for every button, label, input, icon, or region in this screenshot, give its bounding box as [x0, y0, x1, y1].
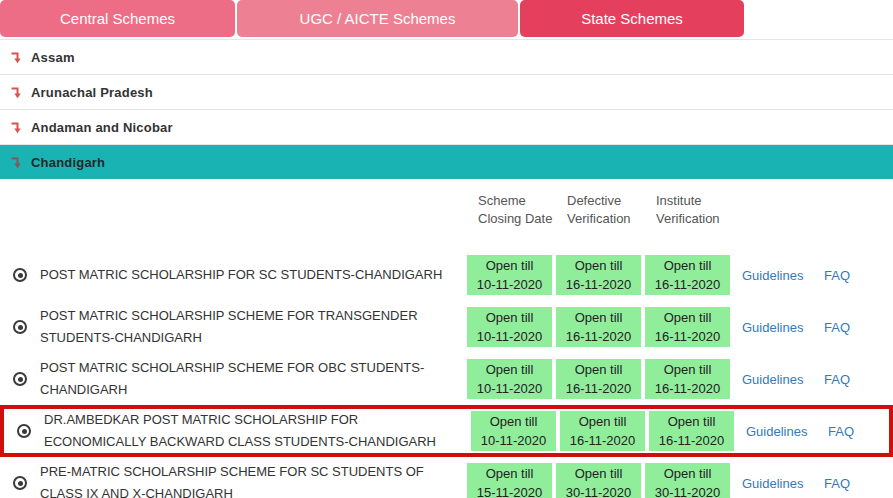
state-row-assam[interactable]: Assam: [0, 40, 893, 75]
open-till-label: Open till: [668, 412, 716, 431]
faq-link[interactable]: FAQ: [824, 372, 850, 387]
closing-date: 10-11-2020: [477, 379, 543, 398]
defective-date: 16-11-2020: [566, 327, 632, 346]
institute-date: 16-11-2020: [655, 275, 721, 294]
closing-date: 10-11-2020: [481, 431, 547, 450]
institute-verification-cell: Open till 16-11-2020: [645, 307, 730, 347]
open-till-label: Open till: [575, 360, 623, 379]
open-till-label: Open till: [486, 464, 534, 483]
institute-date: 16-11-2020: [655, 327, 721, 346]
scheme-row: POST MATRIC SCHOLARSHIP FOR SC STUDENTS-…: [0, 249, 893, 301]
guidelines-link[interactable]: Guidelines: [746, 424, 814, 439]
radio-bullet-icon: [0, 476, 40, 490]
corner-down-arrow-icon: [10, 51, 22, 64]
scheme-row: POST MATRIC SCHOLARSHIP SCHEME FOR OBC S…: [0, 353, 893, 405]
closing-date: 10-11-2020: [477, 275, 543, 294]
guidelines-link[interactable]: Guidelines: [742, 476, 810, 491]
open-till-label: Open till: [486, 308, 534, 327]
institute-verification-cell: Open till 30-11-2020: [645, 463, 730, 498]
open-till-label: Open till: [664, 360, 712, 379]
institute-verification-cell: Open till 16-11-2020: [645, 255, 730, 295]
institute-date: 16-11-2020: [655, 379, 721, 398]
open-till-label: Open till: [664, 308, 712, 327]
scheme-type-tabs: Central Schemes UGC / AICTE Schemes Stat…: [0, 0, 893, 37]
open-till-label: Open till: [575, 464, 623, 483]
defective-date: 16-11-2020: [570, 431, 636, 450]
scheme-name: PRE-MATRIC SCHOLARSHIP SCHEME FOR SC STU…: [40, 461, 467, 498]
guidelines-link[interactable]: Guidelines: [742, 320, 810, 335]
state-row-chandigarh[interactable]: Chandigarh: [0, 145, 893, 179]
open-till-label: Open till: [490, 412, 538, 431]
open-till-label: Open till: [579, 412, 627, 431]
closing-date: 15-11-2020: [477, 483, 543, 498]
defective-verification-cell: Open till 30-11-2020: [556, 463, 641, 498]
header-spacer: [0, 192, 467, 249]
faq-link[interactable]: FAQ: [824, 320, 850, 335]
defective-verification-cell: Open till 16-11-2020: [560, 411, 645, 451]
defective-date: 16-11-2020: [566, 275, 632, 294]
open-till-label: Open till: [664, 464, 712, 483]
defective-verification-cell: Open till 16-11-2020: [556, 255, 641, 295]
header-institute-verification: Institute Verification: [645, 192, 734, 249]
institute-date: 16-11-2020: [659, 431, 725, 450]
faq-link[interactable]: FAQ: [828, 424, 854, 439]
chandigarh-schemes-panel: Scheme Closing Date Defective Verificati…: [0, 179, 893, 498]
defective-verification-cell: Open till 16-11-2020: [556, 359, 641, 399]
radio-bullet-icon: [0, 320, 40, 334]
scheme-row-highlighted: DR.AMBEDKAR POST MATRIC SCHOLARSHIP FOR …: [0, 405, 893, 457]
tab-central-schemes[interactable]: Central Schemes: [0, 0, 235, 37]
corner-down-arrow-icon: [10, 86, 22, 99]
defective-date: 16-11-2020: [566, 379, 632, 398]
faq-link[interactable]: FAQ: [824, 476, 850, 491]
state-accordion: Assam Arunachal Pradesh Andaman and Nico…: [0, 39, 893, 179]
scheme-name: POST MATRIC SCHOLARSHIP SCHEME FOR OBC S…: [40, 357, 467, 401]
institute-date: 30-11-2020: [655, 483, 721, 498]
closing-date-cell: Open till 10-11-2020: [467, 307, 552, 347]
faq-link[interactable]: FAQ: [824, 268, 850, 283]
closing-date-cell: Open till 10-11-2020: [471, 411, 556, 451]
closing-date: 10-11-2020: [477, 327, 543, 346]
closing-date-cell: Open till 10-11-2020: [467, 359, 552, 399]
state-label: Chandigarh: [31, 155, 105, 170]
guidelines-link[interactable]: Guidelines: [742, 372, 810, 387]
scheme-row: POST MATRIC SCHOLARSHIP SCHEME FOR TRANS…: [0, 301, 893, 353]
header-scheme-closing-date: Scheme Closing Date: [467, 192, 556, 249]
defective-date: 30-11-2020: [566, 483, 632, 498]
radio-bullet-icon: [0, 268, 40, 282]
state-row-arunachal-pradesh[interactable]: Arunachal Pradesh: [0, 75, 893, 110]
state-label: Andaman and Nicobar: [31, 120, 173, 135]
tab-state-schemes[interactable]: State Schemes: [520, 0, 744, 37]
radio-bullet-icon: [0, 372, 40, 386]
institute-verification-cell: Open till 16-11-2020: [649, 411, 734, 451]
state-label: Assam: [31, 50, 75, 65]
scheme-name: POST MATRIC SCHOLARSHIP SCHEME FOR TRANS…: [40, 305, 467, 349]
radio-bullet-icon: [4, 424, 44, 438]
state-label: Arunachal Pradesh: [31, 85, 153, 100]
tab-ugc-aicte-schemes[interactable]: UGC / AICTE Schemes: [237, 0, 518, 37]
open-till-label: Open till: [575, 256, 623, 275]
header-defective-verification: Defective Verification: [556, 192, 645, 249]
open-till-label: Open till: [575, 308, 623, 327]
scheme-name: POST MATRIC SCHOLARSHIP FOR SC STUDENTS-…: [40, 264, 467, 286]
open-till-label: Open till: [664, 256, 712, 275]
guidelines-link[interactable]: Guidelines: [742, 268, 810, 283]
scheme-name: DR.AMBEDKAR POST MATRIC SCHOLARSHIP FOR …: [44, 409, 471, 453]
closing-date-cell: Open till 15-11-2020: [467, 463, 552, 498]
corner-down-arrow-icon: [10, 156, 22, 169]
open-till-label: Open till: [486, 256, 534, 275]
scheme-row: PRE-MATRIC SCHOLARSHIP SCHEME FOR SC STU…: [0, 457, 893, 498]
defective-verification-cell: Open till 16-11-2020: [556, 307, 641, 347]
open-till-label: Open till: [486, 360, 534, 379]
scholarship-schemes-page: { "tabs": [ {"label": "Central Schemes"}…: [0, 0, 893, 498]
institute-verification-cell: Open till 16-11-2020: [645, 359, 730, 399]
corner-down-arrow-icon: [10, 121, 22, 134]
state-row-andaman-and-nicobar[interactable]: Andaman and Nicobar: [0, 110, 893, 145]
closing-date-cell: Open till 10-11-2020: [467, 255, 552, 295]
table-header: Scheme Closing Date Defective Verificati…: [0, 179, 893, 249]
